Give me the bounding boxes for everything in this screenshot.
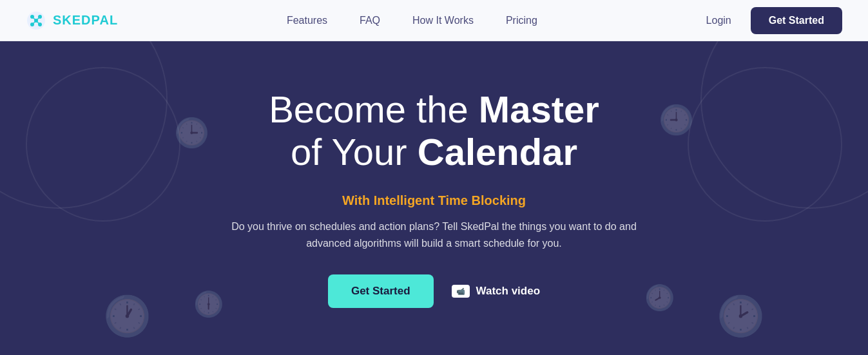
hero-title-line1: Become the <box>269 88 468 130</box>
hero-content: Become the Master of Your Calendar With … <box>209 88 660 309</box>
logo-text: SKEDPAL <box>53 13 118 28</box>
hero-title-line2: of Your <box>291 131 407 173</box>
clock-icon-1: 🕐 <box>103 297 151 336</box>
nav-link-pricing[interactable]: Pricing <box>506 15 537 26</box>
video-camera-icon: 📹 <box>452 285 470 298</box>
login-link[interactable]: Login <box>706 15 731 26</box>
nav-link-faq[interactable]: FAQ <box>360 15 380 26</box>
hero-section: 🕐 🕒 🕕 🕘 🕑 🕗 Become the Master of Your Ca… <box>0 41 868 355</box>
get-started-nav-button[interactable]: Get Started <box>751 7 842 34</box>
nav-link-how-it-works[interactable]: How It Works <box>412 15 474 26</box>
hero-actions: Get Started 📹 Watch video <box>222 274 647 308</box>
navbar: SKEDPAL Features FAQ How It Works Pricin… <box>0 0 868 41</box>
watch-video-button[interactable]: 📹 Watch video <box>452 285 541 298</box>
navbar-right: Login Get Started <box>706 7 842 34</box>
clock-icon-4: 🕘 <box>659 106 694 134</box>
nav-links: Features FAQ How It Works Pricing <box>287 15 537 26</box>
skedpal-logo-icon <box>26 10 46 31</box>
clock-icon-5: 🕑 <box>717 297 765 336</box>
hero-title-bold1: Master <box>479 88 599 130</box>
hero-description: Do you thrive on schedules and action pl… <box>222 218 647 251</box>
bg-circle-2 <box>26 67 180 222</box>
hero-title-bold2: Calendar <box>418 131 577 173</box>
logo-sked: SKED <box>53 13 92 27</box>
hero-subtitle: With Intelligent Time Blocking <box>222 193 647 208</box>
logo-pal: PAL <box>92 13 119 27</box>
watch-video-label: Watch video <box>476 285 541 298</box>
logo-area: SKEDPAL <box>26 10 118 31</box>
bg-circle-4 <box>688 67 842 222</box>
hero-title: Become the Master of Your Calendar <box>222 88 647 174</box>
nav-link-features[interactable]: Features <box>287 15 327 26</box>
clock-icon-2: 🕒 <box>174 119 209 147</box>
get-started-hero-button[interactable]: Get Started <box>328 274 434 308</box>
